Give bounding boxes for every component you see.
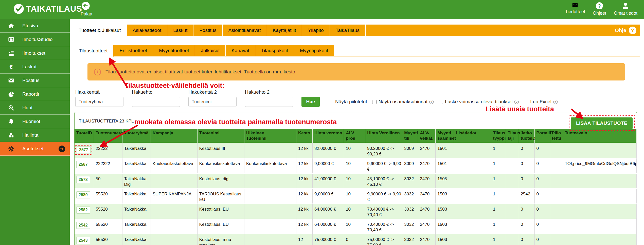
subtab-julkaisut[interactable]: Julkaisut [195,45,226,56]
column-header-myynti-tili[interactable]: Myynti tili [402,129,418,143]
tab-asiakastiedot[interactable]: Asiakastiedot [127,25,167,36]
column-header-ulkoinen-tuotenimi[interactable]: Ulkoinen Tuotenimi [244,129,296,143]
table-cell [506,219,519,234]
field-label: Hakukenttä 2 [188,89,237,95]
tab-tuotteet-julkaisut[interactable]: Tuotteet & Julkaisut [73,25,127,36]
checkbox-input-laske-voimassa-olevat-tilaukset[interactable] [439,100,443,104]
column-header-piilo-tettu[interactable]: Piilo tettu [550,129,563,143]
table-cell: 0 [519,219,534,234]
sidebar-item-raportit[interactable]: Raportit [0,87,70,101]
sidebar-item-ilmoitukset[interactable]: Ilmoitukset [0,46,70,60]
column-header-tilaus-tyyppi[interactable]: Tilaus tyyppi [491,129,506,143]
help-link[interactable]: Ohje ? [615,25,640,36]
column-header-portalid[interactable]: PortalID [534,129,550,143]
search-plus-icon [8,105,15,111]
sidebar-item-hallinta[interactable]: Hallinta [0,128,70,142]
column-header-tuotenumero[interactable]: Tuotenumero [94,129,122,143]
tab-laskut[interactable]: Laskut [167,25,193,36]
checkbox-input-n-yt-piilotetut[interactable] [329,100,333,104]
column-header-kampanja[interactable]: Kampanja [151,129,197,143]
table-cell [244,143,296,158]
column-header-myynti-saamiset[interactable]: Myynti saamiset [436,129,454,143]
info-icon: i [94,69,101,75]
column-header-jatko-tuoteid[interactable]: Jatko tuoteID [519,129,534,143]
column-header-hinta-veroton[interactable]: Hinta veroton [313,129,344,143]
table-cell [506,173,519,189]
checkbox-label: Laske voimassa olevat tilaukset [445,99,513,105]
table-cell: 12 kk [296,219,313,234]
sidebar-item-postitus[interactable]: Postitus [0,74,70,87]
sidebar-item-etusivu[interactable]: Etusivu [0,19,70,33]
column-header-alv-pros[interactable]: ALV pros [344,129,365,143]
column-header-alv-velkat[interactable]: ALV- velkat. [418,129,436,143]
column-header-kesto[interactable]: Kesto [296,129,313,143]
tab-yll-pito[interactable]: Ylläpito [302,25,330,36]
sidebar-item-asetukset[interactable]: Asetukset [0,142,70,156]
tab-taikatilaus[interactable]: TaikaTilaus [330,25,366,36]
column-header-tuoteavain[interactable]: Tuoteavain [563,129,636,143]
search-field-hakuehto-2: Hakuehto 2 [245,89,293,107]
product-id-link[interactable]: 2542 [76,222,90,229]
product-id-link[interactable]: 2543 [76,237,90,244]
topbar-action-tiedotteet[interactable]: Tiedotteet [565,2,585,16]
back-button[interactable]: Palaa [81,1,92,17]
arrow-right-circle-icon[interactable] [58,145,66,153]
subtab-myyntipaketit[interactable]: Myyntipaketit [294,45,334,56]
subtab-kanavat[interactable]: Kanavat [226,45,255,56]
tab-asiointikanavat[interactable]: Asiointikanavat [223,25,267,36]
table-cell [550,234,563,245]
search-button[interactable]: Hae [301,97,320,107]
sidebar-item-haut[interactable]: Haut [0,101,70,115]
tab-postitus[interactable]: Postitus [193,25,223,36]
subtab-tilauspaketit[interactable]: Tilauspaketit [255,45,294,56]
checkbox-input-luo-excel[interactable] [524,100,528,104]
field-label: Hakuehto [132,89,180,95]
subtab-myyntituotteet[interactable]: Myyntituotteet [153,45,195,56]
help-icon[interactable]: ? [553,100,558,104]
table-cell [151,219,197,234]
topbar-action-ohjeet[interactable]: ?Ohjeet [593,2,606,16]
back-arrow-icon [81,1,90,10]
topbar-action-omat-tiedot[interactable]: Omat tiedot [614,2,637,16]
column-header-lis-tiedot[interactable]: Lisätiedot [454,129,491,143]
product-id-link[interactable]: 2582 [76,207,90,214]
column-header-tuoteryhm[interactable]: Tuoteryhmä [122,129,151,143]
table-cell: 12 kk [296,158,313,173]
table-cell: Kestotilaus III [197,143,244,158]
input-hakuehto-2[interactable] [245,97,293,107]
subtab-tilaustuotteet[interactable]: Tilaustuotteet [73,45,114,57]
checkbox-input-n-yt-osamaksuhinnat[interactable] [372,100,377,104]
add-subscription-product-button[interactable]: LISÄÄ TILAUSTUOTE [571,117,633,129]
table-cell [506,189,519,204]
table-cell: 3009 [402,143,418,158]
product-id-link[interactable]: 2578 [76,176,90,183]
product-id-link[interactable]: 2567 [76,161,90,168]
table-cell: 75,00000 € -> 75,00 € [365,234,402,245]
input-hakuehto[interactable] [132,97,180,107]
column-header-hinta-verollinen[interactable]: Hinta Verollinen [365,129,402,143]
column-header-tuoteid[interactable]: TuoteID [75,129,94,143]
sidebar-item-huomiot[interactable]: Huomiot [0,115,70,128]
help-icon[interactable]: ? [429,100,434,104]
column-header-tuotenimi[interactable]: Tuotenimi [197,129,244,143]
input-hakukentt-2[interactable] [188,97,237,107]
table-cell [151,234,197,245]
subtab-erillistuotteet[interactable]: Erillistuotteet [114,45,153,56]
table-cell [506,234,519,245]
products-table: TuoteIDTuotenumeroTuoteryhmäKampanjaTuot… [75,129,637,245]
product-id-link[interactable]: 2577 [77,146,91,153]
product-id-link[interactable]: 2580 [76,191,90,198]
sidebar-item-laskut[interactable]: €Laskut [0,60,70,74]
tab-k-ytt-j-tilit[interactable]: Käyttäjätilit [267,25,302,36]
table-cell: 0 [534,158,550,173]
table-cell [550,189,563,204]
input-hakukentt[interactable] [75,97,123,107]
sidebar-item-label: IlmoitusStudio [22,37,52,42]
column-header-tilaus-laji[interactable]: Tilaus laji [506,129,519,143]
sidebar-item-ilmoitusstudio[interactable]: IlmoitusStudio [0,33,70,46]
table-cell: TaikaNakka [122,219,151,234]
table-cell: 64,00000 € [313,204,344,219]
table-cell [151,204,197,219]
table-cell: 2470 [418,173,436,189]
help-icon[interactable]: ? [514,100,519,104]
